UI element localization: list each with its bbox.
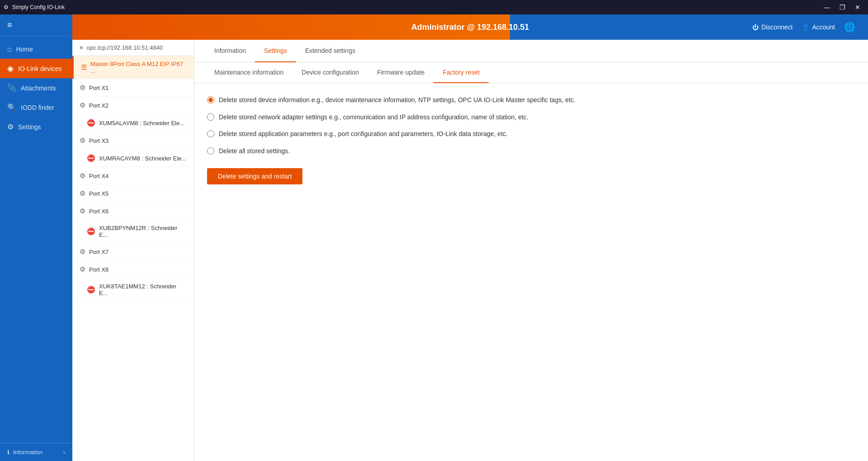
sidebar-label-io-link-devices: IO-Link devices xyxy=(18,65,61,72)
sidebar-label-home: Home xyxy=(16,46,33,53)
sub-tab-firmware-update[interactable]: Firmware update xyxy=(368,62,434,83)
gear-icon-portx4: ⚙ xyxy=(80,172,85,180)
account-label: Account xyxy=(812,24,835,31)
radio-opt1[interactable] xyxy=(207,96,214,103)
list-icon: ≡ xyxy=(80,44,83,51)
sidebar-nav: ⌂ Home ◉ IO-Link devices 📎 Attachments 🔍… xyxy=(0,36,72,443)
header-title: Administrator @ 192.168.10.51 xyxy=(411,23,529,32)
body-area: ≡ opc.tcp://192.168.10.51:4840 ☰ Master … xyxy=(72,40,868,461)
radio-label-opt1: Delete stored device information e.g., d… xyxy=(219,96,576,105)
app-title: Simply Config IO-Link xyxy=(12,4,65,10)
device-label-portx4: Port X4 xyxy=(89,173,108,179)
gear-icon-portx8: ⚙ xyxy=(80,265,85,273)
sidebar-item-home[interactable]: ⌂ Home xyxy=(0,40,72,59)
device-item-portx5[interactable]: ⚙ Port X5 xyxy=(72,185,194,202)
radio-item-opt3[interactable]: Delete stored application parameters e.g… xyxy=(207,130,855,139)
device-tree: ≡ opc.tcp://192.168.10.51:4840 ☰ Master … xyxy=(72,40,194,461)
factory-reset-content: Delete stored device information e.g., d… xyxy=(194,83,868,197)
sidebar-label-attachments: Attachments xyxy=(21,85,56,92)
error-icon-xumracaym8: ⛔ xyxy=(87,154,95,162)
titlebar-left: ⚙ Simply Config IO-Link xyxy=(4,4,65,10)
sidebar: ≡ ⌂ Home ◉ IO-Link devices 📎 Attachments… xyxy=(0,14,72,461)
radio-item-opt2[interactable]: Delete stored network adapter settings e… xyxy=(207,113,855,122)
device-label-portx8: Port X8 xyxy=(89,266,108,273)
device-label-portx1: Port X1 xyxy=(89,85,108,91)
radio-item-opt4[interactable]: Delete all stored settings. xyxy=(207,147,855,156)
device-item-xum5[interactable]: ⛔ XUM5ALAYM8 : Schneider Ele... xyxy=(72,114,194,132)
tab-extended-settings[interactable]: Extended settings xyxy=(296,40,364,62)
sub-tab-device-config[interactable]: Device configuration xyxy=(292,62,368,83)
tab-settings-label: Settings xyxy=(264,47,287,54)
right-panel: Administrator @ 192.168.10.51 ⏻ Disconne… xyxy=(72,14,868,461)
minimize-button[interactable]: — xyxy=(820,3,834,12)
tab-settings[interactable]: Settings xyxy=(255,40,296,62)
disconnect-label: Disconnect xyxy=(761,24,793,31)
error-icon-xuk8tae1mm12: ⛔ xyxy=(87,286,95,294)
device-item-portx8[interactable]: ⚙ Port X8 xyxy=(72,261,194,278)
device-item-portx2[interactable]: ⚙ Port X2 xyxy=(72,97,194,114)
maximize-button[interactable]: ❐ xyxy=(835,3,849,12)
sidebar-label-iodd-finder: IODD finder xyxy=(21,104,54,111)
iodd-icon: 🔍 xyxy=(7,103,16,112)
device-item-portx3[interactable]: ⚙ Port X3 xyxy=(72,132,194,150)
close-button[interactable]: ✕ xyxy=(851,3,864,12)
device-address: opc.tcp://192.168.10.51:4840 xyxy=(87,44,163,51)
device-label-portx5: Port X5 xyxy=(89,190,108,197)
device-item-xuk8tae1mm12[interactable]: ⛔ XUK8TAE1MM12 : Schneider E... xyxy=(72,278,194,301)
app-header: Administrator @ 192.168.10.51 ⏻ Disconne… xyxy=(72,14,868,40)
home-icon: ⌂ xyxy=(7,45,12,53)
sidebar-item-settings[interactable]: ⚙ Settings xyxy=(0,117,72,136)
device-item-portx1[interactable]: ⚙ Port X1 xyxy=(72,79,194,97)
device-item-xumracaym8[interactable]: ⛔ XUMRACAYM8 : Schneider Ele... xyxy=(72,150,194,167)
device-item-portx7[interactable]: ⚙ Port X7 xyxy=(72,243,194,261)
sidebar-header[interactable]: ≡ xyxy=(0,14,72,36)
device-label-xuk8tae1mm12: XUK8TAE1MM12 : Schneider E... xyxy=(99,283,187,296)
tab-extended-settings-label: Extended settings xyxy=(305,47,355,54)
account-icon: 👤 xyxy=(802,24,809,31)
gear-icon-portx7: ⚙ xyxy=(80,248,85,256)
device-label-xum5: XUM5ALAYM8 : Schneider Ele... xyxy=(99,120,184,127)
account-button[interactable]: 👤 Account xyxy=(802,24,835,31)
tab-information-label: Information xyxy=(214,47,246,54)
device-item-master[interactable]: ☰ Master 8Port Class A M12 EIP IP67 ... xyxy=(72,56,194,79)
sidebar-item-io-link-devices[interactable]: ◉ IO-Link devices xyxy=(0,59,72,78)
sub-tab-factory-reset-label: Factory reset xyxy=(443,69,480,76)
main-panel: Information Settings Extended settings M… xyxy=(194,40,868,461)
device-label-master: Master 8Port Class A M12 EIP IP67 ... xyxy=(90,61,187,74)
address-bar: ≡ opc.tcp://192.168.10.51:4840 xyxy=(72,40,194,56)
sidebar-footer[interactable]: ℹ Information › xyxy=(0,443,72,461)
device-item-portx6[interactable]: ⚙ Port X6 xyxy=(72,202,194,220)
language-flag[interactable]: 🌐 xyxy=(844,22,855,33)
radio-opt4[interactable] xyxy=(207,147,214,155)
error-icon-xub2bpynm12r: ⛔ xyxy=(87,227,95,235)
radio-group: Delete stored device information e.g., d… xyxy=(207,96,855,155)
sidebar-item-attachments[interactable]: 📎 Attachments xyxy=(0,78,72,98)
header-title-wrapper: Administrator @ 192.168.10.51 xyxy=(411,23,529,32)
sub-tab-maintenance[interactable]: Maintenance information xyxy=(205,62,292,83)
info-icon: ℹ xyxy=(7,449,9,456)
radio-opt2[interactable] xyxy=(207,113,214,121)
radio-label-opt3: Delete stored application parameters e.g… xyxy=(219,130,508,139)
radio-opt3[interactable] xyxy=(207,130,214,137)
hamburger-icon[interactable]: ≡ xyxy=(7,20,12,30)
main-tab-bar: Information Settings Extended settings xyxy=(194,40,868,62)
sub-tab-firmware-update-label: Firmware update xyxy=(377,69,425,76)
device-item-xub2bpynm12r[interactable]: ⛔ XUB2BPYNM12R : Schneider E... xyxy=(72,220,194,243)
disconnect-button[interactable]: ⏻ Disconnect xyxy=(752,24,793,31)
device-list-icon: ☰ xyxy=(81,63,87,71)
delete-settings-button[interactable]: Delete settings and restart xyxy=(207,168,302,184)
disconnect-icon: ⏻ xyxy=(752,24,759,31)
radio-label-opt4: Delete all stored settings. xyxy=(219,147,290,156)
device-item-portx4[interactable]: ⚙ Port X4 xyxy=(72,167,194,185)
titlebar-controls: — ❐ ✕ xyxy=(820,3,864,12)
titlebar: ⚙ Simply Config IO-Link — ❐ ✕ xyxy=(0,0,868,14)
gear-icon-portx6: ⚙ xyxy=(80,207,85,215)
device-label-portx7: Port X7 xyxy=(89,249,108,255)
radio-item-opt1[interactable]: Delete stored device information e.g., d… xyxy=(207,96,855,105)
error-icon-xum5: ⛔ xyxy=(87,119,95,127)
sub-tab-factory-reset[interactable]: Factory reset xyxy=(434,62,489,83)
sidebar-item-iodd-finder[interactable]: 🔍 IODD finder xyxy=(0,98,72,117)
radio-label-opt2: Delete stored network adapter settings e… xyxy=(219,113,528,122)
app-root: ⚙ Simply Config IO-Link — ❐ ✕ ≡ ⌂ Home ◉… xyxy=(0,0,868,461)
tab-information[interactable]: Information xyxy=(205,40,255,62)
